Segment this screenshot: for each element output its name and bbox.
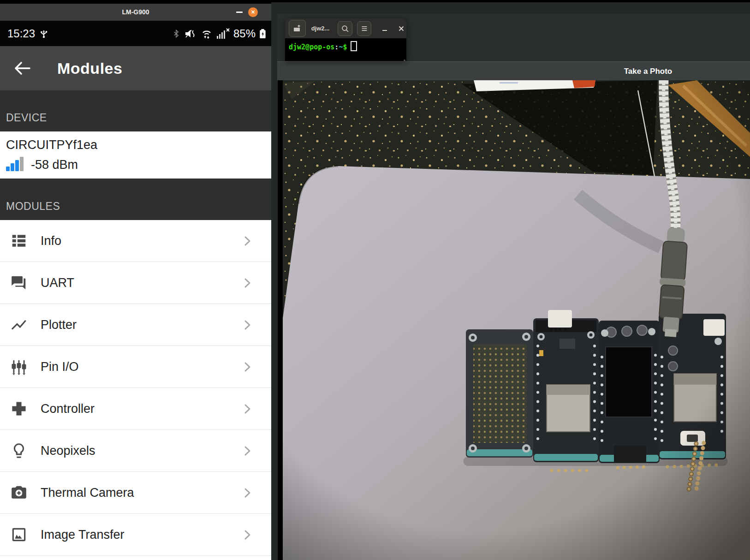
module-row-controller[interactable]: Controller [0,388,271,430]
camera-photo [283,80,750,560]
close-x[interactable] [248,7,258,17]
vignette [283,80,750,560]
phone-mirror-window: LM-G900 15:23 [0,4,271,560]
new-tab-icon [292,24,302,34]
module-row-thermal-camera[interactable]: Thermal Camera [0,472,271,514]
signal-bars-icon [5,155,24,174]
module-row-info[interactable]: Info [0,220,271,262]
chevron-right-icon [244,320,251,332]
chevron-right-icon [244,278,251,290]
terminal-cursor [351,41,357,51]
terminal-content[interactable]: djw2@pop-os:~$ [285,38,406,61]
image-icon [10,525,28,544]
page-title: Modules [57,60,122,77]
usb-icon [38,28,49,39]
plot-line-icon [10,316,28,334]
terminal-tab-title[interactable]: djw2... [311,25,332,32]
statusbar-time: 15:23 [7,27,35,40]
terminal-close-button[interactable] [396,24,406,34]
camera-app-window: Take a Photo [277,14,750,560]
cell-signal-icon [216,28,230,40]
camera-photo-frame [278,80,750,560]
search-icon [340,24,350,33]
lightbulb-icon [10,441,28,460]
chevron-right-icon [244,236,251,248]
device-card[interactable]: CIRCUITPYf1ea -58 dBm [0,131,271,179]
chevron-right-icon [244,446,251,458]
module-row-uart[interactable]: UART [0,262,271,304]
dpad-icon [10,399,28,418]
modules-section-header: MODULES [0,179,271,220]
wifi-icon [200,28,213,40]
terminal-window: djw2... djw2@pop-os:~$ [285,18,406,61]
terminal-scrollbar[interactable] [404,60,405,61]
module-row-image-transfer[interactable]: Image Transfer [0,514,271,556]
search-button[interactable] [338,21,352,36]
app-header: Modules [0,46,271,90]
phone-window-title: LM-G900 [0,4,271,21]
menu-icon [360,24,369,33]
phone-window-titlebar[interactable]: LM-G900 [0,4,271,21]
take-photo-button[interactable]: Take a Photo [611,62,685,81]
module-list: Info UART Plotter [0,220,271,560]
mute-icon [184,28,197,40]
chevron-right-icon [244,530,251,542]
bluetooth-icon [172,28,181,40]
sliders-icon [10,357,28,376]
battery-percent: 85% [233,27,256,40]
terminal-minimize-button[interactable] [380,24,390,34]
chat-bubbles-icon [10,274,28,292]
camera-toolbar: Take a Photo [277,61,750,81]
module-row-neopixels[interactable]: Neopixels [0,430,271,472]
module-row-pinio[interactable]: Pin I/O [0,346,271,388]
chevron-right-icon [244,488,251,500]
shell-prompt: djw2@pop-os:~$ [289,41,357,51]
list-icon [10,232,28,250]
terminal-titlebar[interactable]: djw2... [285,18,406,38]
device-name: CIRCUITPYf1ea [6,138,97,152]
chevron-right-icon [244,362,251,374]
device-rssi: -58 dBm [31,158,78,172]
android-statusbar: 15:23 [0,21,271,46]
module-row-plotter[interactable]: Plotter [0,304,271,346]
chevron-right-icon [244,404,251,416]
back-button[interactable] [12,60,32,77]
battery-icon [259,27,267,40]
minimize-dash[interactable] [236,12,243,13]
new-tab-button[interactable] [289,20,306,37]
minimize-icon [381,25,388,32]
menu-button[interactable] [357,21,372,36]
close-icon [398,25,405,32]
device-section-header: DEVICE [0,90,271,131]
camera-icon [10,483,28,502]
